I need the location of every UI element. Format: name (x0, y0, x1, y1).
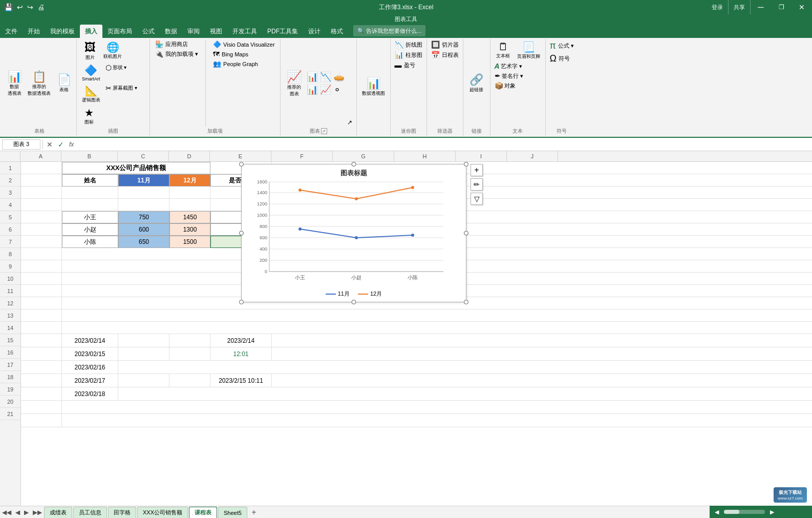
bar-chart-btn[interactable]: 📊 (306, 84, 318, 96)
sheet-nav-prev[interactable]: ◀◀ (0, 507, 13, 518)
h-scroll-bar[interactable] (724, 510, 765, 514)
save-quick-btn[interactable]: 💾 (4, 3, 13, 11)
shape-btn[interactable]: ⬡形状 ▾ (103, 63, 129, 72)
print-preview-quick-btn[interactable]: 🖨 (37, 3, 45, 11)
cell-c18[interactable] (118, 374, 169, 387)
cell-b3[interactable] (62, 187, 118, 199)
row-num-17[interactable]: 17 (0, 359, 20, 371)
row-num-5[interactable]: 5 (0, 211, 20, 223)
charts-dialog-btn[interactable]: ↗ (321, 128, 327, 134)
sheet-nav-fwd[interactable]: ▶ (22, 507, 31, 518)
search-box[interactable]: 🔍 告诉我您想要做什么... (353, 25, 425, 36)
bing-maps-btn[interactable]: 🗺Bing Maps (212, 50, 275, 58)
row-num-21[interactable]: 21 (0, 408, 20, 420)
row-num-14[interactable]: 14 (0, 322, 20, 334)
logic-diagram-btn[interactable]: 📐 逻辑图表 (80, 84, 102, 105)
name-box[interactable] (2, 139, 40, 150)
cell-d3[interactable] (169, 187, 210, 199)
cell-a6[interactable] (21, 223, 62, 236)
charts-expand-btn[interactable]: ↗ (346, 118, 353, 127)
row-num-2[interactable]: 2 (0, 174, 20, 187)
sheet-tab-4[interactable]: XXX公司销售额 (137, 507, 188, 518)
col-header-b[interactable]: B (61, 151, 118, 161)
recommended-charts-btn[interactable]: 📈 推荐的图表 (284, 69, 305, 98)
row-num-1[interactable]: 1 (0, 162, 20, 174)
timeline-btn[interactable]: 📅日程表 (430, 50, 460, 59)
restore-button[interactable]: ❐ (771, 0, 792, 14)
formula-input[interactable] (77, 139, 810, 150)
cell-b1-merged[interactable]: XXX公司产品销售额 (62, 162, 210, 174)
cell-d5[interactable]: 1450 (169, 211, 210, 223)
scroll-right-btn[interactable]: ▶ (770, 509, 774, 515)
cell-a2[interactable] (21, 174, 62, 187)
cell-e15[interactable]: 2023/2/14 (210, 334, 272, 347)
tab-pdf[interactable]: PDF工具集 (262, 25, 303, 38)
chart-object[interactable]: 图表标题 (241, 164, 466, 302)
cell-a7[interactable] (21, 236, 62, 248)
col-header-g[interactable]: G (333, 151, 394, 161)
tab-design[interactable]: 设计 (303, 25, 326, 38)
cell-b18[interactable]: 2023/02/17 (62, 374, 118, 387)
tab-layout[interactable]: 页面布局 (102, 25, 137, 38)
sheet-nav-back[interactable]: ◀ (13, 507, 22, 518)
cell-d15[interactable] (169, 334, 210, 347)
insert-function-btn[interactable]: fx (68, 141, 75, 148)
data-pivot-btn[interactable]: 📊 数据透视图 (360, 76, 387, 98)
close-button[interactable]: ✕ (792, 0, 812, 14)
cell-a1[interactable] (21, 162, 62, 174)
scatter-chart-btn[interactable]: ⚬ (333, 84, 341, 96)
col-header-j[interactable]: J (507, 151, 558, 161)
row-num-15[interactable]: 15 (0, 334, 20, 346)
chart-style-btn[interactable]: ✏ (471, 178, 483, 191)
row-num-6[interactable]: 6 (0, 223, 20, 236)
equation-btn[interactable]: π公式 ▾ (549, 40, 575, 52)
sheet-tab-3[interactable]: 田字格 (108, 507, 136, 518)
tab-file[interactable]: 文件 (0, 25, 23, 38)
cell-d18[interactable] (169, 374, 210, 387)
cell-c5[interactable]: 750 (118, 211, 169, 223)
chart-add-element-btn[interactable]: + (471, 164, 483, 176)
row-num-19[interactable]: 19 (0, 383, 20, 396)
my-addins-btn[interactable]: 🔌我的加载项 ▾ (154, 50, 199, 58)
wordart-btn[interactable]: A艺术字 ▾ (494, 61, 523, 71)
cell-a3[interactable] (21, 187, 62, 199)
cell-c4[interactable] (118, 199, 169, 211)
row-num-18[interactable]: 18 (0, 371, 20, 383)
undo-quick-btn[interactable]: ↩ (17, 3, 23, 11)
login-button[interactable]: 登录 (707, 0, 729, 14)
row-num-13[interactable]: 13 (0, 309, 20, 322)
pie-chart-btn[interactable]: 🥧 (333, 71, 345, 83)
line-sparkline-btn[interactable]: 📉折线图 (394, 40, 423, 49)
cell-b19[interactable]: 2023/02/18 (62, 387, 118, 401)
cell-d16[interactable] (169, 347, 210, 361)
cell-b2[interactable]: 姓名 (62, 174, 118, 187)
object-btn[interactable]: 📦对象 (494, 81, 517, 90)
chart-title[interactable]: 图表标题 (242, 164, 466, 180)
col-header-c[interactable]: C (118, 151, 169, 161)
smartart-btn[interactable]: 🔷 SmartArt (80, 63, 102, 82)
row-num-10[interactable]: 10 (0, 273, 20, 285)
row-num-11[interactable]: 11 (0, 285, 20, 297)
tab-home[interactable]: 开始 (23, 25, 45, 38)
cell-b4[interactable] (62, 199, 118, 211)
row-num-8[interactable]: 8 (0, 248, 20, 260)
tab-review[interactable]: 审阅 (182, 25, 205, 38)
tab-view[interactable]: 视图 (205, 25, 227, 38)
cell-c15[interactable] (118, 334, 169, 347)
tab-formula[interactable]: 公式 (137, 25, 160, 38)
cell-a5[interactable] (21, 211, 62, 223)
tab-developer[interactable]: 开发工具 (227, 25, 262, 38)
symbol-btn[interactable]: Ω符号 (549, 53, 575, 65)
cell-b5[interactable]: 小王 (62, 211, 118, 223)
cell-c3[interactable] (118, 187, 169, 199)
pivot-table-btn[interactable]: 📊 数据 透视表 (5, 69, 24, 98)
cell-b16[interactable]: 2023/02/15 (62, 347, 118, 361)
add-sheet-btn[interactable]: + (248, 507, 260, 518)
cancel-formula-btn[interactable]: ✕ (45, 140, 54, 149)
cell-b7[interactable]: 小陈 (62, 236, 118, 248)
scroll-left-btn[interactable]: ◀ (715, 509, 719, 515)
visio-btn[interactable]: 🔷Visio Data Visualizer (212, 40, 275, 49)
cell-d6[interactable]: 1300 (169, 223, 210, 236)
column-sparkline-btn[interactable]: 📊柱形图 (394, 50, 423, 59)
col-header-f[interactable]: F (271, 151, 333, 161)
